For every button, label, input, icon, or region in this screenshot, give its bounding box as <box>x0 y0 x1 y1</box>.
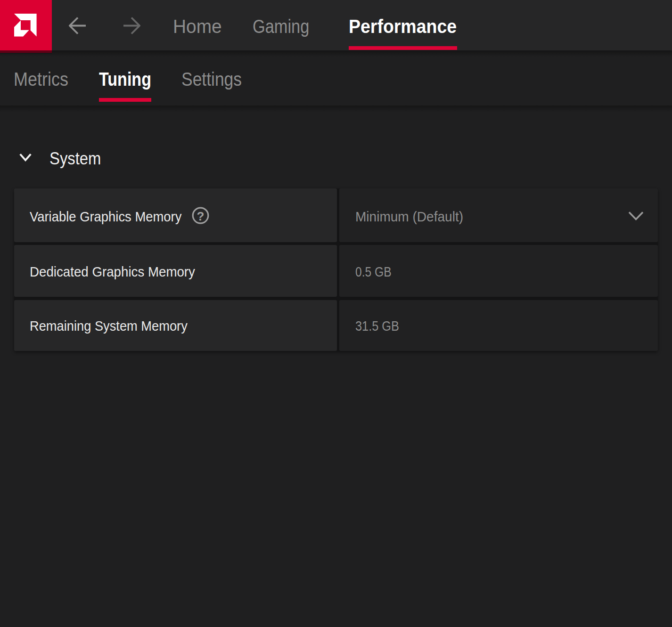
svg-text:?: ? <box>197 209 205 223</box>
